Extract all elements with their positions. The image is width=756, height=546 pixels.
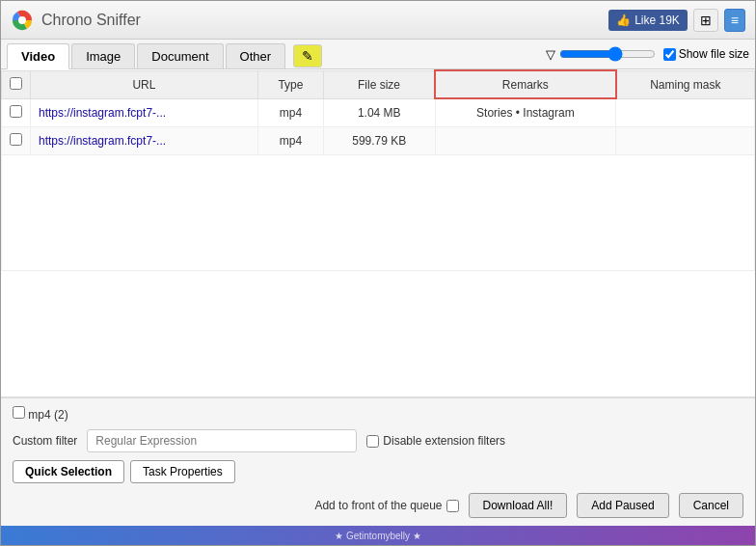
tabs-bar: Video Image Document Other ✎ ▽ Show file… <box>1 40 755 69</box>
mp4-checkbox[interactable] <box>13 406 25 419</box>
quick-selection-row: Quick Selection Task Properties <box>13 460 743 483</box>
row-2-naming-mask <box>616 126 755 154</box>
row-2-filesize: 599.79 KB <box>323 126 435 154</box>
watermark-text: ★ Getintomybelly ★ <box>335 531 421 541</box>
chrome-icon <box>11 9 34 32</box>
show-filesize-label: Show file size <box>663 47 749 61</box>
mp4-count-label: mp4 (2) <box>13 406 743 422</box>
col-header-naming-mask: Naming mask <box>616 70 755 98</box>
slider-icon: ▽ <box>546 47 555 62</box>
cancel-button[interactable]: Cancel <box>679 493 743 518</box>
col-header-filesize: File size <box>323 70 435 98</box>
custom-filter-input[interactable] <box>87 429 357 452</box>
col-header-url: URL <box>31 70 258 98</box>
app-title: Chrono Sniffer <box>41 12 141 29</box>
filter-label: Custom filter <box>13 434 77 448</box>
show-filesize-checkbox[interactable] <box>663 48 676 61</box>
title-right: 👍 Like 19K ⊞ ≡ <box>608 9 745 32</box>
table-row: https://instagram.fcpt7-... mp4 1.04 MB … <box>2 98 755 126</box>
row-2-url: https://instagram.fcpt7-... <box>31 126 258 154</box>
row-1-remarks: Stories • Instagram <box>435 98 616 126</box>
empty-rows <box>2 154 755 270</box>
add-front-label: Add to front of the queue <box>314 499 458 512</box>
row-checkbox-1 <box>2 98 31 126</box>
row-2-checkbox[interactable] <box>10 133 22 146</box>
row-1-filesize: 1.04 MB <box>323 98 435 126</box>
row-2-type: mp4 <box>257 126 323 154</box>
tab-image[interactable]: Image <box>71 43 135 68</box>
add-paused-button[interactable]: Add Paused <box>577 493 668 518</box>
watermark-bar: ★ Getintomybelly ★ <box>1 526 755 545</box>
tab-other[interactable]: Other <box>226 43 286 68</box>
table-row: https://instagram.fcpt7-... mp4 599.79 K… <box>2 126 755 154</box>
col-header-checkbox <box>2 70 31 98</box>
quick-selection-button[interactable]: Quick Selection <box>13 460 124 483</box>
row-1-type: mp4 <box>257 98 323 126</box>
slider-container: ▽ <box>546 46 656 62</box>
download-all-button[interactable]: Download All! <box>469 493 568 518</box>
bottom-section: mp4 (2) Custom filter Disable extension … <box>1 397 755 526</box>
footer-row: Add to front of the queue Download All! … <box>13 493 743 518</box>
files-table: URL Type File size Remarks Naming mask h… <box>1 69 755 271</box>
main-window: Chrono Sniffer 👍 Like 19K ⊞ ≡ Video Imag… <box>0 0 756 546</box>
tab-document[interactable]: Document <box>137 43 223 68</box>
tabs-right-controls: ▽ Show file size <box>546 46 749 66</box>
row-1-url: https://instagram.fcpt7-... <box>31 98 258 126</box>
disable-ext-label: Disable extension filters <box>366 434 505 448</box>
row-1-checkbox[interactable] <box>10 105 22 118</box>
disable-ext-checkbox[interactable] <box>366 435 379 448</box>
svg-point-1 <box>18 16 26 24</box>
col-header-remarks: Remarks <box>435 70 616 98</box>
col-header-type: Type <box>257 70 323 98</box>
row-1-naming-mask <box>616 98 755 126</box>
select-all-checkbox[interactable] <box>10 77 22 90</box>
row-2-remarks <box>435 126 616 154</box>
fb-like-label: Like 19K <box>634 14 680 27</box>
tab-video[interactable]: Video <box>7 43 69 69</box>
grid-view-button[interactable]: ⊞ <box>693 9 718 32</box>
title-left: Chrono Sniffer <box>11 9 141 32</box>
add-front-checkbox[interactable] <box>446 500 459 512</box>
filter-row: Custom filter Disable extension filters <box>13 429 743 452</box>
task-properties-button[interactable]: Task Properties <box>130 460 235 483</box>
row-checkbox-2 <box>2 126 31 154</box>
title-bar: Chrono Sniffer 👍 Like 19K ⊞ ≡ <box>1 1 755 40</box>
facebook-like-button[interactable]: 👍 Like 19K <box>608 10 688 31</box>
edit-button[interactable]: ✎ <box>293 44 322 68</box>
thumbs-up-icon: 👍 <box>616 14 631 27</box>
list-view-button[interactable]: ≡ <box>724 9 745 32</box>
table-container: URL Type File size Remarks Naming mask h… <box>1 69 755 397</box>
size-slider[interactable] <box>559 46 656 62</box>
